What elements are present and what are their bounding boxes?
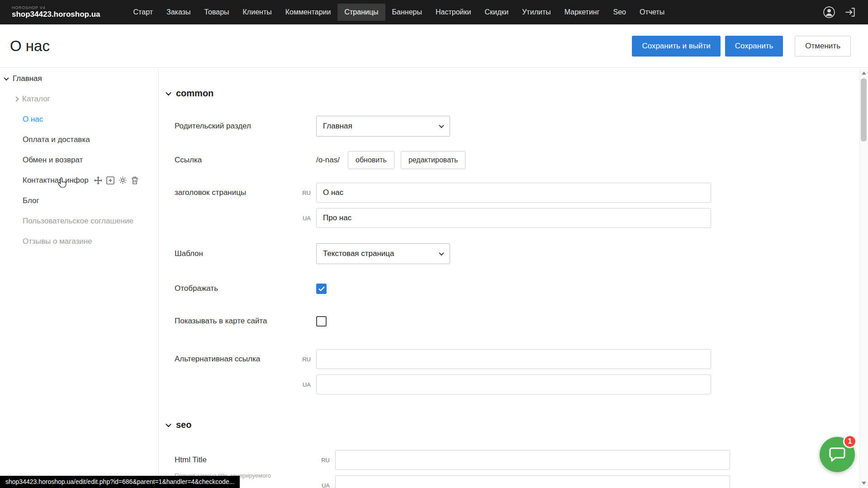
delete-trash-icon[interactable] [131, 176, 138, 185]
topbar-icons [823, 6, 856, 19]
nav-item-marketing[interactable]: Маркетинг [558, 4, 607, 21]
nav-item-bannery[interactable]: Баннеры [385, 4, 429, 21]
parent-section-label: Родительский раздел [175, 122, 291, 131]
nav-item-nastroyki[interactable]: Настройки [429, 4, 478, 21]
nav-item-zakazy[interactable]: Заказы [160, 4, 197, 21]
sidebar-item-kontaktnaya-informatsiya[interactable]: Контактная инфор [0, 170, 158, 190]
scrollbar-thumb[interactable] [861, 78, 867, 142]
page-edit-form: common Родительский раздел Главная Ссылк… [159, 68, 859, 488]
tree-item-label: О нас [23, 115, 43, 124]
tree-item-label: Оплата и доставка [23, 135, 90, 144]
save-and-exit-button[interactable]: Сохранить и выйти [632, 36, 720, 57]
add-page-icon[interactable] [106, 176, 114, 185]
page-title-ua-input[interactable] [316, 208, 711, 228]
section-common-header[interactable]: common [166, 88, 859, 99]
logout-icon[interactable] [844, 6, 856, 18]
tree-item-label: Главная [13, 74, 42, 83]
lang-ru-badge: RU [291, 190, 316, 196]
nav-item-stranitsy[interactable]: Страницы [337, 4, 385, 21]
settings-gear-icon[interactable] [119, 176, 127, 185]
sidebar-item-obmen-i-vozvrat[interactable]: Обмен и возврат [0, 150, 158, 170]
scroll-up-arrow[interactable] [862, 71, 866, 75]
html-title-ru-input[interactable] [335, 450, 730, 470]
chat-unread-badge: 1 [843, 435, 857, 448]
page-title: О нас [10, 38, 50, 55]
chat-widget-button[interactable]: 1 [820, 437, 855, 472]
page-title-label: заголовок страницы [175, 183, 291, 203]
display-checkbox[interactable] [316, 284, 327, 294]
parent-section-row: Родительский раздел Главная [175, 116, 859, 137]
nav-item-start[interactable]: Старт [127, 4, 160, 21]
alt-link-row: Альтернативная ссылка RU UA [175, 349, 859, 394]
tree-item-label: Пользовательское соглашение [23, 217, 133, 226]
chat-bubble-icon [829, 446, 846, 463]
link-label: Ссылка [175, 156, 291, 165]
scroll-down-arrow[interactable] [862, 482, 866, 485]
topbar: HOROSHOP V4 shop34423.horoshop.ua Старт … [0, 0, 868, 24]
chevron-down-icon [166, 90, 171, 96]
link-row: Ссылка /o-nas/ обновить редактировать [175, 151, 859, 169]
sidebar-item-glavnaya[interactable]: Главная [0, 68, 158, 89]
tree-item-label: Блог [23, 196, 39, 205]
sidebar-item-oplata-i-dostavka[interactable]: Оплата и доставка [0, 129, 158, 150]
link-preview-statusbar: shop34423.horoshop.ua/edit/edit.php?id=6… [0, 476, 240, 488]
chevron-down-icon [439, 251, 444, 256]
header-buttons: Сохранить и выйти Сохранить Отменить [632, 36, 851, 57]
link-refresh-button[interactable]: обновить [348, 151, 394, 169]
lang-ua-badge: UA [291, 381, 316, 388]
nav-item-tovary[interactable]: Товары [198, 4, 236, 21]
sitemap-label: Показывать в карте сайта [175, 317, 291, 326]
chevron-right-icon [14, 96, 19, 101]
logo[interactable]: HOROSHOP V4 shop34423.horoshop.ua [12, 5, 100, 19]
link-slug-value: /o-nas/ [316, 156, 340, 165]
alt-link-label: Альтернативная ссылка [175, 349, 291, 369]
save-button[interactable]: Сохранить [725, 36, 783, 57]
alt-link-ua-input[interactable] [316, 374, 711, 394]
section-title: common [176, 88, 213, 99]
sidebar-item-katalog[interactable]: Каталог [0, 89, 158, 109]
logo-version: HOROSHOP V4 [12, 5, 100, 10]
vertical-scrollbar[interactable] [859, 68, 868, 488]
logo-domain: shop34423.horoshop.ua [12, 10, 100, 19]
link-edit-button[interactable]: редактировать [401, 151, 465, 169]
move-icon[interactable] [94, 176, 102, 185]
template-row: Шаблон Текстовая страница [175, 243, 859, 264]
nav-item-skidki[interactable]: Скидки [478, 4, 515, 21]
display-row: Отображать [175, 280, 859, 298]
tree-item-label: Обмен и возврат [23, 156, 83, 165]
nav-item-kommentarii[interactable]: Комментарии [279, 4, 338, 21]
nav-item-klienty[interactable]: Клиенты [236, 4, 279, 21]
lang-ua-badge: UA [310, 482, 335, 488]
sitemap-row: Показывать в карте сайта [175, 312, 859, 330]
selected-value: Текстовая страница [323, 249, 394, 258]
chevron-down-icon [166, 422, 171, 427]
sitemap-checkbox[interactable] [316, 316, 327, 327]
display-label: Отображать [175, 284, 291, 293]
selected-value: Главная [323, 122, 352, 131]
nav-item-utility[interactable]: Утилиты [515, 4, 558, 21]
parent-section-select[interactable]: Главная [316, 116, 450, 137]
sidebar-item-otzyvy-o-magazine[interactable]: Отзывы о магазине [0, 231, 158, 251]
cancel-button[interactable]: Отменить [795, 36, 851, 57]
sidebar-item-blog[interactable]: Блог [0, 190, 158, 211]
chevron-down-icon [439, 123, 444, 128]
html-title-ua-input[interactable] [335, 475, 730, 488]
section-seo-header[interactable]: seo [166, 420, 859, 430]
html-title-row: Html Title Полная замена title, генериру… [175, 450, 859, 488]
main-nav: Старт Заказы Товары Клиенты Комментарии … [127, 4, 672, 21]
tree-item-actions [94, 176, 138, 185]
sidebar-item-polzovatelskoe-soglashenie[interactable]: Пользовательское соглашение [0, 211, 158, 231]
page-title-row: заголовок страницы RU UA [175, 183, 859, 228]
chevron-down-icon [4, 75, 9, 80]
page-header: О нас Сохранить и выйти Сохранить Отмени… [0, 24, 868, 68]
page-title-ru-input[interactable] [316, 183, 711, 203]
nav-item-seo[interactable]: Seo [607, 4, 633, 21]
account-icon[interactable] [823, 6, 835, 19]
tree-item-label: Каталог [22, 95, 50, 104]
template-select[interactable]: Текстовая страница [316, 243, 450, 264]
html-title-label: Html Title [175, 450, 310, 470]
nav-item-otchety[interactable]: Отчеты [633, 4, 671, 21]
sidebar-item-o-nas[interactable]: О нас [0, 109, 158, 129]
tree-item-label: Отзывы о магазине [23, 237, 92, 246]
alt-link-ru-input[interactable] [316, 349, 711, 369]
